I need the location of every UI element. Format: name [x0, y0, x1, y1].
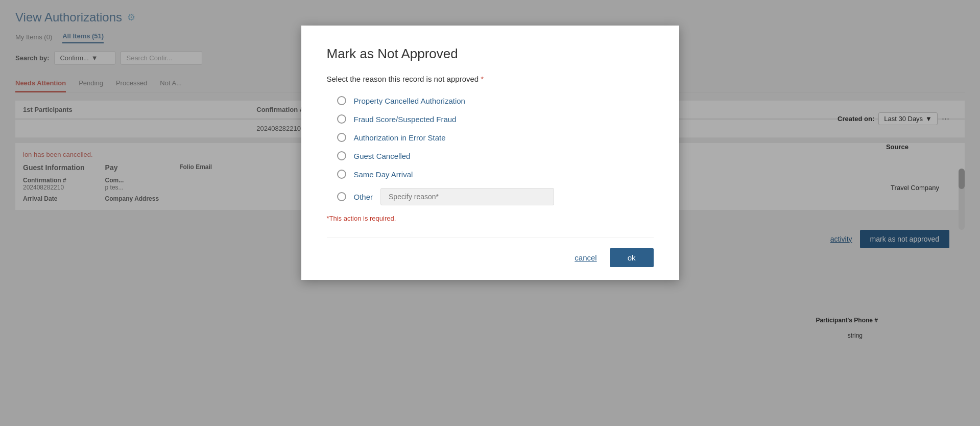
radio-label-4: Same Day Arrival — [354, 170, 413, 179]
modal-subtitle-text: Select the reason this record is not app… — [327, 75, 479, 83]
radio-label-0: Property Cancelled Authorization — [354, 97, 465, 105]
radio-button-4[interactable] — [337, 170, 346, 179]
radio-label-2: Authorization in Error State — [354, 133, 446, 142]
radio-option-3[interactable]: Guest Cancelled — [327, 151, 654, 160]
other-reason-input[interactable] — [380, 188, 554, 205]
radio-button-3[interactable] — [337, 151, 346, 160]
modal-subtitle: Select the reason this record is not app… — [327, 75, 654, 83]
radio-option-0[interactable]: Property Cancelled Authorization — [327, 96, 654, 105]
modal-footer: cancel ok — [327, 238, 654, 280]
ok-button[interactable]: ok — [610, 248, 654, 267]
radio-option-5[interactable]: Other — [327, 188, 654, 205]
modal-dialog: Mark as Not Approved Select the reason t… — [301, 26, 679, 280]
cancel-button[interactable]: cancel — [575, 253, 596, 262]
radio-option-2[interactable]: Authorization in Error State — [327, 133, 654, 142]
radio-button-2[interactable] — [337, 133, 346, 142]
radio-button-1[interactable] — [337, 114, 346, 124]
radio-button-5[interactable] — [337, 192, 346, 201]
radio-label-1: Fraud Score/Suspected Fraud — [354, 115, 457, 124]
radio-button-0[interactable] — [337, 96, 346, 105]
required-note: *This action is required. — [327, 215, 654, 232]
required-star: * — [481, 75, 484, 83]
radio-option-4[interactable]: Same Day Arrival — [327, 170, 654, 179]
modal-title: Mark as Not Approved — [327, 46, 654, 62]
radio-option-1[interactable]: Fraud Score/Suspected Fraud — [327, 114, 654, 124]
radio-label-3: Guest Cancelled — [354, 152, 411, 160]
radio-label-5: Other — [354, 193, 373, 201]
